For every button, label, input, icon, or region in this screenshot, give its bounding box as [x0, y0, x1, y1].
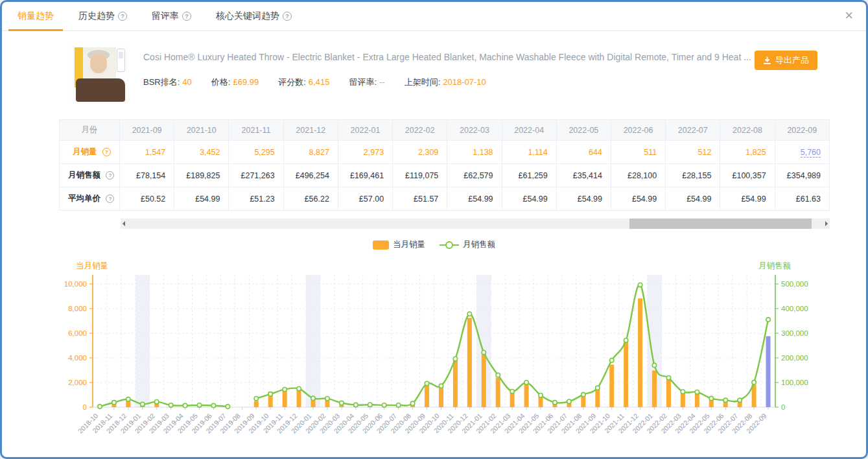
line-marker — [539, 394, 543, 397]
line-marker-icon — [440, 241, 459, 250]
svg-text:0: 0 — [83, 403, 87, 411]
line-marker — [197, 403, 201, 407]
line-marker — [439, 384, 443, 388]
product-stat: BSR排名:40 — [143, 76, 192, 88]
scroll-right-arrow-icon[interactable] — [825, 221, 828, 226]
line-marker — [211, 403, 215, 407]
table-cell: £54.99 — [556, 187, 611, 211]
line-marker — [496, 373, 500, 377]
line-marker — [354, 403, 358, 406]
help-icon[interactable]: ? — [283, 12, 292, 21]
sales-estimate-link[interactable]: 5,760 — [775, 141, 829, 164]
sales-bar — [666, 379, 671, 407]
sales-bar — [425, 383, 429, 407]
svg-text:500,000: 500,000 — [781, 280, 808, 288]
help-icon[interactable]: ? — [102, 148, 111, 156]
tab-sales-trend[interactable]: 销量趋势 — [8, 2, 63, 30]
help-icon[interactable]: ? — [106, 194, 114, 203]
table-cell: 2,973 — [338, 141, 392, 164]
svg-text:6,000: 6,000 — [68, 329, 87, 337]
left-axis-title: 当月销量 — [76, 261, 108, 270]
horizontal-scrollbar[interactable] — [121, 218, 830, 229]
table-month-header: 2022-04 — [502, 120, 556, 141]
line-marker — [467, 312, 471, 316]
table-cell: £354,989 — [775, 164, 829, 187]
table-month-header: 2022-02 — [393, 120, 447, 141]
table-month-header: 2021-10 — [174, 120, 229, 141]
table-cell: £28,155 — [666, 164, 720, 187]
line-marker — [652, 363, 656, 367]
line-marker — [695, 390, 699, 394]
help-icon[interactable]: ? — [106, 171, 114, 180]
scrollbar-thumb[interactable] — [629, 218, 811, 229]
table-month-header: 2022-03 — [447, 120, 502, 141]
svg-text:300,000: 300,000 — [781, 329, 808, 337]
table-month-header: 2022-05 — [556, 120, 611, 141]
line-marker — [524, 381, 528, 384]
table-cell: 2,309 — [393, 141, 447, 164]
legend-item-sales[interactable]: 当月销量 — [373, 239, 425, 250]
line-marker — [610, 359, 614, 362]
sales-bar — [609, 364, 614, 407]
table-cell: 1,825 — [720, 141, 775, 164]
table-month-header: 2022-06 — [611, 120, 665, 141]
table-cell: 511 — [611, 141, 665, 164]
table-cell: £271,263 — [229, 164, 283, 187]
product-stat: 留评率:-- — [349, 76, 384, 88]
table-cell: £78,154 — [120, 164, 174, 187]
line-marker — [510, 389, 514, 393]
sales-bar — [695, 394, 699, 407]
table-corner-header: 月份 — [60, 120, 120, 141]
line-marker — [311, 396, 315, 400]
bar-swatch-icon — [373, 241, 389, 250]
table-cell: £61.63 — [775, 187, 829, 211]
svg-text:10,000: 10,000 — [64, 280, 87, 288]
line-marker — [368, 403, 372, 406]
sales-bar — [453, 359, 458, 407]
sales-bar — [595, 388, 600, 407]
line-marker — [624, 338, 628, 342]
january-highlight-band — [306, 275, 320, 407]
scroll-left-arrow-icon[interactable] — [123, 221, 125, 226]
legend-item-revenue[interactable]: 月销售额 — [440, 239, 495, 250]
table-cell: £54.99 — [502, 187, 556, 211]
row-label: 月销量 ? — [60, 141, 120, 164]
sales-bar — [524, 383, 529, 407]
line-marker — [169, 403, 172, 407]
tab-core-keyword-trend[interactable]: 核心关键词趋势? — [207, 2, 301, 30]
sales-bar — [496, 378, 500, 407]
help-icon[interactable]: ? — [118, 12, 127, 21]
estimated-month-bar — [766, 336, 771, 407]
table-month-header: 2022-08 — [720, 120, 775, 141]
line-marker — [226, 405, 229, 408]
svg-text:100,000: 100,000 — [781, 379, 808, 386]
tab-label: 核心关键词趋势 — [216, 10, 279, 22]
line-marker — [482, 350, 486, 354]
table-cell: 3,452 — [174, 141, 229, 164]
product-header: Cosi Home® Luxury Heated Throw - Electri… — [2, 32, 866, 116]
sales-bar — [467, 318, 472, 407]
sales-trend-dialog: 销量趋势历史趋势?留评率?核心关键词趋势? × Cosi Home® Luxur… — [0, 0, 868, 459]
table-cell: £28,100 — [611, 164, 665, 187]
sales-bar — [254, 401, 259, 408]
product-stat: 评分数:6,415 — [278, 76, 329, 88]
legend-label: 月销售额 — [463, 239, 495, 250]
sales-bar — [283, 390, 287, 407]
line-marker — [709, 396, 713, 400]
table-cell: £189,825 — [174, 164, 229, 187]
download-icon — [763, 56, 771, 65]
line-marker — [155, 399, 159, 403]
export-product-button[interactable]: 导出产品 — [755, 51, 817, 70]
svg-text:2,000: 2,000 — [68, 379, 87, 386]
table-cell: 512 — [666, 141, 720, 164]
tab-history-trend[interactable]: 历史趋势? — [69, 2, 136, 30]
line-marker — [112, 401, 116, 405]
tab-label: 留评率 — [152, 10, 179, 22]
close-icon[interactable]: × — [845, 7, 853, 24]
table-cell: 1,114 — [502, 141, 556, 164]
table-cell: £54.99 — [447, 187, 502, 211]
tab-review-rate[interactable]: 留评率? — [143, 2, 200, 30]
table-cell: 1,138 — [447, 141, 502, 164]
help-icon[interactable]: ? — [182, 12, 191, 21]
line-marker — [738, 398, 742, 402]
